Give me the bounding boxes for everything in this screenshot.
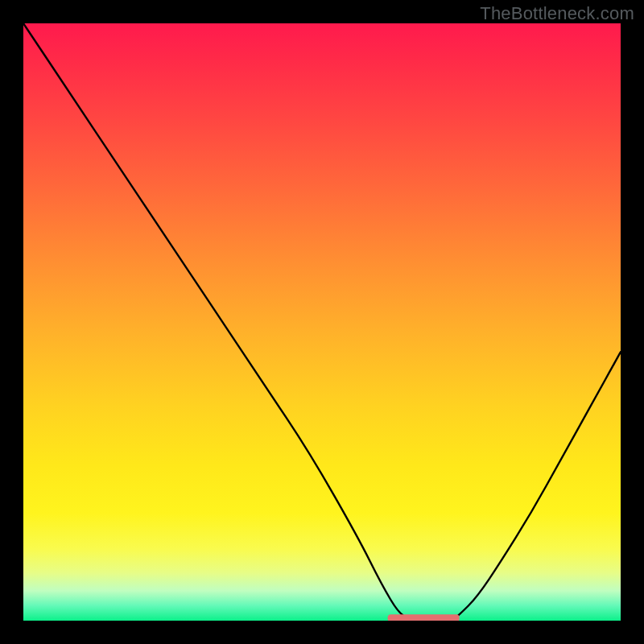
attribution-label: TheBottleneck.com — [480, 3, 634, 24]
chart-root: TheBottleneck.com — [0, 0, 644, 644]
optimal-bar — [388, 614, 460, 621]
annotation-layer — [23, 23, 621, 621]
plot-area — [23, 23, 621, 621]
